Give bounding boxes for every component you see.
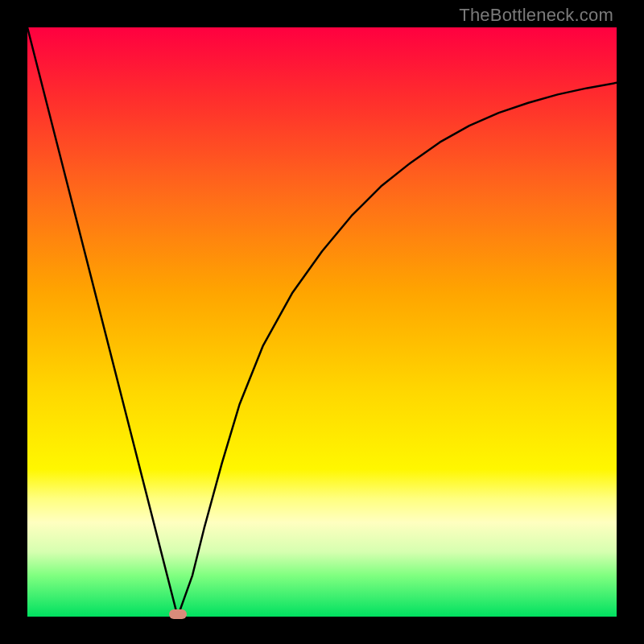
bottleneck-curve [27, 27, 617, 617]
frame-left [0, 0, 27, 644]
frame-bottom [0, 617, 644, 644]
watermark-text: TheBottleneck.com [459, 5, 613, 26]
chart-container: TheBottleneck.com [0, 0, 644, 644]
frame-right [617, 0, 644, 644]
min-marker [169, 609, 187, 619]
curve-polyline [27, 27, 617, 617]
